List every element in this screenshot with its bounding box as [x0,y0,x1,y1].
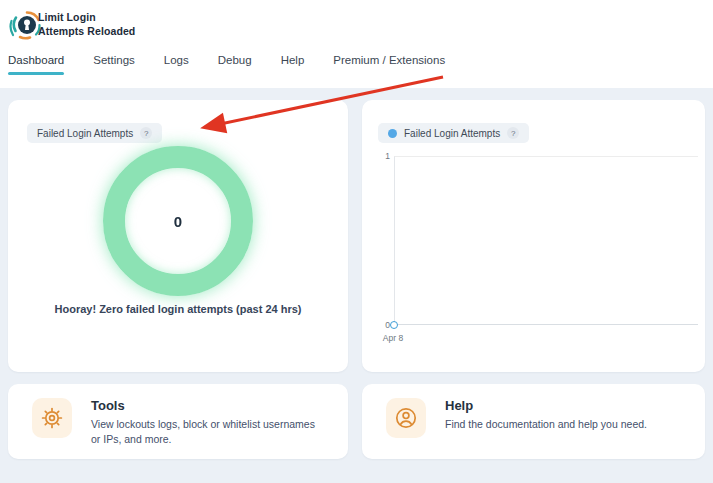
help-tooltip-icon[interactable]: ? [140,127,152,139]
support-person-icon [386,398,426,438]
help-card-description: Find the documentation and help you need… [445,417,647,432]
chart-plot-area [394,156,698,325]
help-tooltip-icon[interactable]: ? [507,127,519,139]
app-title-line1: Limit Login [38,11,135,25]
y-axis-tick-0: 0 [376,320,390,330]
help-card-title: Help [445,398,647,413]
failed-attempts-donut-chart: 0 [103,146,253,296]
tools-card-description: View lockouts logs, block or whitelist u… [91,417,326,447]
donut-value: 0 [174,213,182,230]
x-axis-label: Apr 8 [370,333,416,343]
llar-dashboard-page: Limit Login Attempts Reloaded Dashboard … [0,0,713,483]
donut-card-badge: Failed Login Attempts ? [27,123,162,143]
chart-legend[interactable]: Failed Login Attempts ? [378,123,529,143]
donut-caption: Hooray! Zero failed login attempts (past… [8,303,348,315]
y-axis-tick-1: 1 [376,151,390,161]
tab-premium-extensions[interactable]: Premium / Extensions [333,54,445,75]
main-nav: Dashboard Settings Logs Debug Help Premi… [8,54,445,75]
header-bar: Limit Login Attempts Reloaded Dashboard … [0,0,713,88]
tab-help[interactable]: Help [281,54,305,75]
tools-card[interactable]: Tools View lockouts logs, block or white… [8,384,348,459]
tab-settings[interactable]: Settings [93,54,135,75]
tools-card-title: Tools [91,398,326,413]
gear-icon [32,398,72,438]
help-card-text: Help Find the documentation and help you… [445,398,647,432]
data-point-marker [390,321,398,329]
tab-dashboard[interactable]: Dashboard [8,54,64,75]
chart-legend-label: Failed Login Attempts [404,128,500,139]
tab-logs[interactable]: Logs [164,54,189,75]
failed-attempts-chart-card: Failed Login Attempts ? 1 0 Apr 8 [362,100,705,372]
failed-attempts-donut-card: Failed Login Attempts ? 0 Hooray! Zero f… [8,100,348,372]
legend-dot-icon [388,129,397,138]
app-title-line2: Attempts Reloaded [38,25,135,39]
tools-card-text: Tools View lockouts logs, block or white… [91,398,326,447]
help-card[interactable]: Help Find the documentation and help you… [362,384,705,459]
donut-card-badge-label: Failed Login Attempts [37,128,133,139]
tab-debug[interactable]: Debug [218,54,252,75]
app-title: Limit Login Attempts Reloaded [38,11,135,38]
